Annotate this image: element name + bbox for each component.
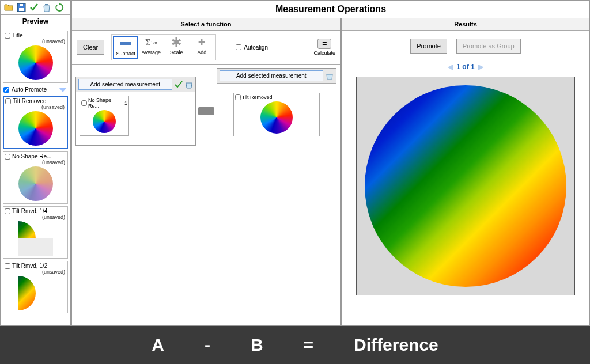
preview-list: Title (unsaved) Auto Promote Tilt Remove… xyxy=(1,28,70,325)
preview-item-checkbox[interactable] xyxy=(5,208,10,214)
op-add[interactable]: + Add xyxy=(189,36,214,59)
refresh-icon[interactable] xyxy=(55,3,64,12)
op-subtract[interactable]: Subtract xyxy=(113,36,138,59)
preview-thumb xyxy=(18,276,53,310)
preview-item-title: No Shape Re... xyxy=(12,153,51,160)
equation-footer: A - B = Difference xyxy=(0,326,590,364)
measurement-checkbox[interactable] xyxy=(235,94,241,100)
mini-toolbar xyxy=(1,1,70,15)
preview-item-subtitle: (unsaved) xyxy=(5,104,66,110)
preview-item-checkbox[interactable] xyxy=(5,154,10,160)
function-section-title: Select a function xyxy=(72,18,340,31)
measurement-title: No Shape Re... xyxy=(88,97,123,109)
measurement-card[interactable]: Tilt Removed xyxy=(233,93,320,136)
results-pager: ◀ 1 of 1 ▶ xyxy=(342,62,589,77)
preview-thumb xyxy=(18,166,53,201)
preview-item[interactable]: Tilt Removed (unsaved) xyxy=(3,96,68,149)
measurement-title: Tilt Removed xyxy=(242,94,273,100)
preview-title: Preview xyxy=(1,15,70,28)
results-section-title: Results xyxy=(342,18,589,31)
autoalign-label: Autoalign xyxy=(244,44,268,51)
footer-a: A xyxy=(152,335,164,355)
preview-item-subtitle: (unsaved) xyxy=(5,214,66,220)
footer-eq: = xyxy=(304,335,314,355)
preview-item-subtitle: (unsaved) xyxy=(5,160,66,165)
preview-item-title: Title xyxy=(12,32,23,39)
add-measurement-b-button[interactable]: Add selected measurement xyxy=(220,70,324,81)
measurement-thumb xyxy=(260,101,293,134)
footer-minus: - xyxy=(205,335,210,355)
footer-diff: Difference xyxy=(354,335,438,355)
measurement-card[interactable]: No Shape Re...1 xyxy=(80,96,129,136)
pager-prev-icon[interactable]: ◀ xyxy=(448,63,453,71)
auto-promote-label: Auto Promote xyxy=(12,86,47,93)
svg-rect-1 xyxy=(19,8,24,11)
clear-button[interactable]: Clear xyxy=(77,40,104,55)
operation-group: Subtract Σ1/n Average ✱ Scale xyxy=(111,34,216,60)
svg-rect-3 xyxy=(45,4,48,5)
op-average[interactable]: Σ1/n Average xyxy=(138,36,164,59)
preview-item[interactable]: Tilt Rmvd, 1/2 (unsaved) xyxy=(3,261,68,313)
preview-item-subtitle: (unsaved) xyxy=(5,39,66,44)
measurement-count: 1 xyxy=(124,100,127,106)
operand-row: Add selected measurement No Shape Re...1 xyxy=(72,65,340,158)
asterisk-icon: ✱ xyxy=(171,37,181,48)
promote-button[interactable]: Promote xyxy=(410,39,447,54)
preview-item[interactable]: No Shape Re... (unsaved) xyxy=(3,151,68,204)
preview-item-checkbox[interactable] xyxy=(5,263,10,269)
op-scale[interactable]: ✱ Scale xyxy=(164,36,189,59)
promote-as-group-button: Promote as Group xyxy=(456,39,521,54)
add-measurement-a-button[interactable]: Add selected measurement xyxy=(78,79,172,90)
minus-icon xyxy=(120,38,131,50)
svg-rect-2 xyxy=(20,4,23,6)
preview-item-subtitle: (unsaved) xyxy=(5,269,66,275)
sigma-icon: Σ1/n xyxy=(145,37,157,48)
preview-item-checkbox[interactable] xyxy=(5,33,10,39)
preview-thumb xyxy=(18,46,53,80)
autoalign-checkbox[interactable] xyxy=(236,44,241,50)
operand-b-box: Add selected measurement Tilt Removed xyxy=(217,68,337,154)
measurement-thumb xyxy=(93,110,116,133)
preview-item-title: Tilt Rmvd, 1/2 xyxy=(12,263,47,269)
folder-open-icon[interactable] xyxy=(4,3,13,12)
equals-icon: = xyxy=(317,39,331,49)
preview-panel: Preview Title (unsaved) Auto Promote Til… xyxy=(1,1,72,325)
autoalign-row[interactable]: Autoalign xyxy=(236,44,268,51)
main-area: Measurement Operations Select a function… xyxy=(72,1,589,325)
preview-item-checkbox[interactable] xyxy=(5,98,11,104)
chevron-down-icon[interactable] xyxy=(59,88,67,92)
plus-icon: + xyxy=(198,37,206,48)
results-panel: Results Promote Promote as Group ◀ 1 of … xyxy=(342,18,589,325)
auto-promote-checkbox[interactable] xyxy=(3,87,9,93)
save-icon[interactable] xyxy=(17,3,26,12)
check-icon[interactable] xyxy=(29,3,39,12)
preview-thumb xyxy=(18,111,53,146)
calculate-label: Calculate xyxy=(313,50,335,56)
function-toolbar: Clear Subtract Σ1/n Average ✱ xyxy=(72,31,340,65)
preview-item-title: Tilt Removed xyxy=(13,98,47,104)
trash-icon[interactable] xyxy=(326,72,334,80)
result-image xyxy=(365,85,566,287)
function-panel: Select a function Clear Subtract Σ1/n Av… xyxy=(72,18,342,325)
minus-connector-icon xyxy=(198,107,214,115)
preview-item[interactable]: Tilt Rmvd, 1/4 (unsaved) xyxy=(3,206,68,259)
pager-text: 1 of 1 xyxy=(456,63,474,71)
footer-b: B xyxy=(251,335,263,355)
preview-item[interactable]: Title (unsaved) xyxy=(3,31,68,83)
operand-a-box: Add selected measurement No Shape Re...1 xyxy=(75,77,196,146)
trash-icon[interactable] xyxy=(185,81,193,89)
preview-item-title: Tilt Rmvd, 1/4 xyxy=(12,208,47,214)
preview-thumb xyxy=(18,221,53,256)
page-title: Measurement Operations xyxy=(72,1,589,18)
op-label: Add xyxy=(197,50,206,55)
check-icon[interactable] xyxy=(175,81,183,89)
auto-promote-row[interactable]: Auto Promote xyxy=(2,85,69,94)
op-label: Subtract xyxy=(116,51,136,56)
result-canvas xyxy=(356,77,575,295)
pager-next-icon[interactable]: ▶ xyxy=(478,63,483,71)
op-label: Average xyxy=(142,50,161,55)
op-label: Scale xyxy=(170,50,183,55)
calculate-button[interactable]: = Calculate xyxy=(313,39,335,56)
trash-icon[interactable] xyxy=(42,3,51,12)
measurement-checkbox[interactable] xyxy=(81,100,87,106)
